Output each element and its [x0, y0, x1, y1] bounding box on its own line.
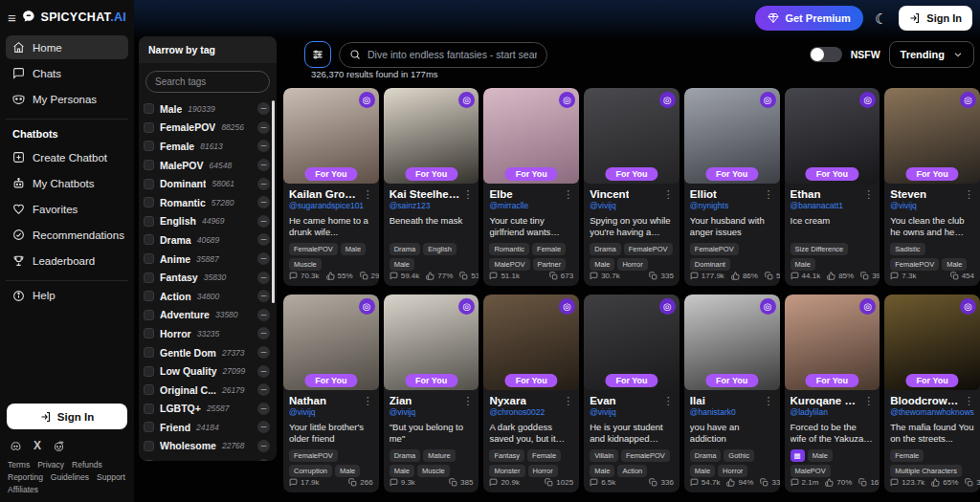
tag-row[interactable]: English 44969 –: [144, 212, 270, 231]
discord-icon[interactable]: [10, 440, 22, 452]
kebab-menu-icon[interactable]: ⋮: [563, 395, 573, 406]
kebab-menu-icon[interactable]: ⋮: [663, 395, 674, 406]
tag-exclude-button[interactable]: –: [257, 215, 270, 228]
creator-handle[interactable]: @vivijq: [590, 201, 674, 210]
sidebar-item-help[interactable]: Help: [6, 280, 128, 304]
info-icon[interactable]: ◎: [458, 92, 475, 108]
kebab-menu-icon[interactable]: ⋮: [964, 188, 974, 200]
tag-chip[interactable]: Male: [390, 258, 414, 271]
info-icon[interactable]: ◎: [760, 92, 776, 108]
tag-chip[interactable]: Dominant: [690, 258, 730, 271]
tag-exclude-button[interactable]: –: [257, 272, 270, 284]
search-box[interactable]: [339, 42, 547, 68]
tag-checkbox[interactable]: [144, 197, 154, 207]
kebab-menu-icon[interactable]: ⋮: [462, 395, 473, 406]
logo-icon[interactable]: [22, 10, 35, 25]
tag-exclude-button[interactable]: –: [257, 383, 270, 396]
tag-exclude-button[interactable]: –: [257, 459, 270, 461]
tag-search-input[interactable]: [145, 71, 270, 93]
tag-chip[interactable]: Male: [590, 465, 614, 477]
tag-checkbox[interactable]: [144, 328, 154, 338]
x-twitter-icon[interactable]: X: [33, 439, 41, 452]
kebab-menu-icon[interactable]: ⋮: [363, 188, 373, 200]
kebab-menu-icon[interactable]: ⋮: [462, 188, 473, 200]
kebab-menu-icon[interactable]: ⋮: [764, 188, 774, 200]
tag-row[interactable]: Romantic 57280 –: [144, 193, 270, 212]
tag-chip[interactable]: MalePOV: [791, 465, 831, 477]
tag-checkbox[interactable]: [144, 384, 154, 395]
tag-row[interactable]: Wholesome 22768 –: [144, 437, 270, 456]
creator-handle[interactable]: @ladylilan: [791, 407, 875, 417]
tag-chip[interactable]: FemalePOV: [690, 243, 739, 255]
character-card[interactable]: ◎ For You Nathan ⋮ @vivijq Your little b…: [283, 295, 379, 492]
tag-exclude-button[interactable]: –: [257, 365, 270, 378]
info-icon[interactable]: ◎: [458, 298, 475, 315]
sidebar-item-my-chatbots[interactable]: My Chatbots: [6, 171, 128, 195]
tag-checkbox[interactable]: [144, 291, 154, 301]
kebab-menu-icon[interactable]: ⋮: [363, 395, 373, 406]
info-icon[interactable]: ◎: [859, 92, 876, 108]
tag-chip[interactable]: Horror: [718, 465, 747, 477]
tag-chip[interactable]: Male: [808, 449, 833, 462]
tag-chip[interactable]: Drama: [690, 449, 722, 462]
tag-chip[interactable]: Gothic: [724, 449, 754, 462]
character-card[interactable]: ◎ For You Zian ⋮ @vivijq "But you belong…: [384, 295, 479, 492]
sign-in-button-top[interactable]: Sign In: [899, 6, 972, 31]
tag-chip[interactable]: Muscle: [289, 258, 322, 271]
footer-link[interactable]: Support: [97, 472, 125, 482]
tag-chip[interactable]: Corruption: [289, 465, 332, 477]
sidebar-item-favorites[interactable]: Favorites: [6, 197, 128, 221]
kebab-menu-icon[interactable]: ⋮: [863, 395, 874, 406]
tag-chip[interactable]: Male: [341, 243, 366, 255]
kebab-menu-icon[interactable]: ⋮: [863, 188, 874, 200]
tag-row[interactable]: Male 190339 –: [144, 99, 270, 119]
kebab-menu-icon[interactable]: ⋮: [764, 395, 774, 406]
tag-checkbox[interactable]: [144, 422, 154, 432]
tag-chip[interactable]: English: [423, 243, 457, 255]
dark-mode-icon[interactable]: ☾: [875, 11, 887, 26]
tag-chip[interactable]: Muscle: [417, 465, 450, 477]
tag-checkbox[interactable]: [144, 122, 154, 133]
tag-chip[interactable]: Male: [390, 465, 414, 477]
character-card[interactable]: ◎ For You Bloodcrown... ⋮ @thewomanwhokn…: [884, 295, 980, 492]
tag-chip[interactable]: MalePOV: [489, 258, 529, 271]
tag-chip[interactable]: Drama: [390, 243, 421, 255]
sidebar-item-home[interactable]: Home: [6, 35, 128, 59]
tag-exclude-button[interactable]: –: [257, 290, 270, 302]
tag-row[interactable]: MalePOV 64548 –: [144, 156, 270, 175]
tag-row[interactable]: Horror 33235 –: [144, 324, 270, 343]
character-card[interactable]: ◎ For You Steven ⋮ @vivijq You clean the…: [884, 88, 980, 286]
tag-row[interactable]: Adventure 33580 –: [144, 306, 270, 325]
tag-chip[interactable]: Male: [942, 258, 967, 271]
character-card[interactable]: ◎ For You Elbe ⋮ @mirraclle Your cute ti…: [483, 88, 579, 286]
tag-exclude-button[interactable]: –: [257, 440, 270, 452]
tag-chip[interactable]: Drama: [590, 243, 621, 255]
brand-name[interactable]: SPICYCHAT.AI: [41, 11, 127, 24]
tag-chip[interactable]: Size Difference: [791, 243, 849, 255]
tag-checkbox[interactable]: [144, 179, 154, 189]
footer-link[interactable]: Reporting: [8, 472, 43, 482]
tag-row[interactable]: Anime 35887 –: [144, 250, 270, 269]
tag-row[interactable]: Friend 24184 –: [144, 418, 270, 437]
tag-checkbox[interactable]: [144, 273, 154, 283]
tag-checkbox[interactable]: [144, 141, 154, 151]
creator-handle[interactable]: @vivijq: [890, 201, 974, 210]
character-card[interactable]: ◎ For You Kai Steelheart ⋮ @sainz123 Ben…: [384, 88, 479, 286]
sidebar-item-leaderboard[interactable]: Leaderboard: [6, 249, 128, 273]
footer-link[interactable]: Terms: [8, 460, 30, 469]
tag-exclude-button[interactable]: –: [257, 252, 270, 265]
tag-chip[interactable]: Horror: [528, 465, 558, 477]
tag-exclude-button[interactable]: –: [257, 140, 270, 152]
tag-chip[interactable]: Monster: [489, 465, 524, 477]
info-icon[interactable]: ◎: [359, 298, 375, 315]
tag-row[interactable]: Original C... 26179 –: [144, 381, 270, 400]
creator-handle[interactable]: @vivijq: [390, 407, 474, 417]
tag-chip[interactable]: Male: [335, 465, 360, 477]
character-card[interactable]: ◎ For You Kuroqane Ren ⋮ @ladylilan Forc…: [785, 295, 880, 492]
tag-exclude-button[interactable]: –: [257, 309, 270, 321]
sidebar-item-chats[interactable]: Chats: [6, 61, 128, 85]
tag-chip[interactable]: FemalePOV: [621, 449, 670, 462]
creator-handle[interactable]: @bananacatt1: [791, 201, 875, 210]
tag-exclude-button[interactable]: –: [257, 233, 270, 246]
sign-in-button-sidebar[interactable]: Sign In: [7, 404, 127, 429]
